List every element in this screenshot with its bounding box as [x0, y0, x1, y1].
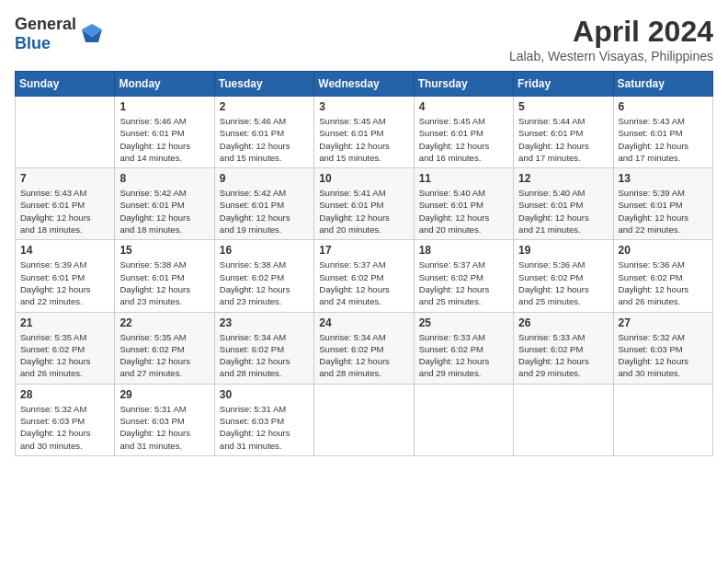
day-number: 22 [119, 316, 209, 329]
calendar-week-row: 28Sunrise: 5:32 AM Sunset: 6:03 PM Dayli… [16, 384, 713, 455]
calendar-cell: 19Sunrise: 5:36 AM Sunset: 6:02 PM Dayli… [514, 240, 613, 312]
day-info: Sunrise: 5:35 AM Sunset: 6:02 PM Dayligh… [119, 331, 209, 380]
day-info: Sunrise: 5:42 AM Sunset: 6:01 PM Dayligh… [119, 187, 209, 236]
day-number: 10 [319, 172, 408, 185]
calendar-cell: 26Sunrise: 5:33 AM Sunset: 6:02 PM Dayli… [514, 312, 613, 384]
calendar-cell: 29Sunrise: 5:31 AM Sunset: 6:03 PM Dayli… [115, 384, 214, 455]
day-of-week-header: Friday [514, 72, 613, 97]
day-number: 30 [220, 388, 309, 401]
day-number: 9 [220, 172, 309, 185]
calendar-table: SundayMondayTuesdayWednesdayThursdayFrid… [15, 71, 713, 456]
calendar-cell: 10Sunrise: 5:41 AM Sunset: 6:01 PM Dayli… [314, 168, 414, 240]
logo-icon [78, 20, 106, 48]
day-number: 1 [119, 100, 209, 113]
calendar-week-row: 7Sunrise: 5:43 AM Sunset: 6:01 PM Daylig… [16, 168, 713, 240]
day-number: 15 [119, 244, 209, 257]
day-number: 8 [119, 172, 209, 185]
calendar-cell: 12Sunrise: 5:40 AM Sunset: 6:01 PM Dayli… [514, 168, 613, 240]
day-info: Sunrise: 5:38 AM Sunset: 6:01 PM Dayligh… [119, 259, 209, 307]
calendar-cell: 18Sunrise: 5:37 AM Sunset: 6:02 PM Dayli… [414, 240, 513, 312]
day-info: Sunrise: 5:45 AM Sunset: 6:01 PM Dayligh… [419, 115, 508, 164]
day-info: Sunrise: 5:42 AM Sunset: 6:01 PM Dayligh… [220, 187, 309, 236]
day-info: Sunrise: 5:32 AM Sunset: 6:03 PM Dayligh… [20, 403, 109, 452]
calendar-cell: 16Sunrise: 5:38 AM Sunset: 6:02 PM Dayli… [214, 240, 313, 312]
calendar-cell: 6Sunrise: 5:43 AM Sunset: 6:01 PM Daylig… [613, 97, 712, 168]
day-info: Sunrise: 5:44 AM Sunset: 6:01 PM Dayligh… [518, 115, 608, 164]
day-number: 16 [220, 244, 309, 257]
calendar-cell: 3Sunrise: 5:45 AM Sunset: 6:01 PM Daylig… [314, 97, 414, 168]
day-info: Sunrise: 5:37 AM Sunset: 6:02 PM Dayligh… [419, 259, 508, 307]
calendar-week-row: 21Sunrise: 5:35 AM Sunset: 6:02 PM Dayli… [16, 312, 713, 384]
calendar-cell: 22Sunrise: 5:35 AM Sunset: 6:02 PM Dayli… [115, 312, 214, 384]
day-of-week-header: Saturday [613, 72, 712, 97]
calendar-cell: 24Sunrise: 5:34 AM Sunset: 6:02 PM Dayli… [314, 312, 414, 384]
calendar-cell: 8Sunrise: 5:42 AM Sunset: 6:01 PM Daylig… [115, 168, 214, 240]
day-info: Sunrise: 5:39 AM Sunset: 6:01 PM Dayligh… [20, 259, 109, 307]
day-info: Sunrise: 5:35 AM Sunset: 6:02 PM Dayligh… [20, 331, 109, 380]
day-info: Sunrise: 5:40 AM Sunset: 6:01 PM Dayligh… [419, 187, 508, 236]
logo-blue: Blue [15, 34, 51, 52]
day-of-week-header: Monday [115, 72, 214, 97]
day-info: Sunrise: 5:32 AM Sunset: 6:03 PM Dayligh… [619, 331, 708, 380]
day-of-week-header: Tuesday [214, 72, 313, 97]
calendar-cell [16, 97, 115, 168]
day-info: Sunrise: 5:33 AM Sunset: 6:02 PM Dayligh… [419, 331, 508, 380]
day-of-week-header: Thursday [414, 72, 513, 97]
day-info: Sunrise: 5:38 AM Sunset: 6:02 PM Dayligh… [220, 259, 309, 307]
day-number: 6 [619, 100, 708, 113]
day-info: Sunrise: 5:37 AM Sunset: 6:02 PM Dayligh… [319, 259, 408, 307]
calendar-cell: 21Sunrise: 5:35 AM Sunset: 6:02 PM Dayli… [16, 312, 115, 384]
day-number: 12 [518, 172, 608, 185]
day-number: 14 [20, 244, 109, 257]
day-number: 7 [20, 172, 109, 185]
day-info: Sunrise: 5:36 AM Sunset: 6:02 PM Dayligh… [518, 259, 608, 307]
day-number: 23 [220, 316, 309, 329]
day-number: 25 [419, 316, 508, 329]
day-info: Sunrise: 5:34 AM Sunset: 6:02 PM Dayligh… [319, 331, 408, 380]
calendar-cell [314, 384, 414, 455]
calendar-week-row: 1Sunrise: 5:46 AM Sunset: 6:01 PM Daylig… [16, 97, 713, 168]
calendar-cell: 13Sunrise: 5:39 AM Sunset: 6:01 PM Dayli… [613, 168, 712, 240]
day-number: 18 [419, 244, 508, 257]
day-info: Sunrise: 5:39 AM Sunset: 6:01 PM Dayligh… [619, 187, 708, 236]
day-number: 2 [220, 100, 309, 113]
calendar-cell [514, 384, 613, 455]
day-number: 4 [419, 100, 508, 113]
day-number: 20 [619, 244, 708, 257]
day-info: Sunrise: 5:31 AM Sunset: 6:03 PM Dayligh… [220, 403, 309, 452]
calendar-cell [613, 384, 712, 455]
calendar-cell: 30Sunrise: 5:31 AM Sunset: 6:03 PM Dayli… [214, 384, 313, 455]
day-info: Sunrise: 5:46 AM Sunset: 6:01 PM Dayligh… [119, 115, 209, 164]
day-info: Sunrise: 5:33 AM Sunset: 6:02 PM Dayligh… [518, 331, 608, 380]
calendar-cell: 4Sunrise: 5:45 AM Sunset: 6:01 PM Daylig… [414, 97, 513, 168]
day-number: 28 [20, 388, 109, 401]
day-info: Sunrise: 5:40 AM Sunset: 6:01 PM Dayligh… [518, 187, 608, 236]
calendar-cell: 7Sunrise: 5:43 AM Sunset: 6:01 PM Daylig… [16, 168, 115, 240]
calendar-cell: 17Sunrise: 5:37 AM Sunset: 6:02 PM Dayli… [314, 240, 414, 312]
calendar-cell: 20Sunrise: 5:36 AM Sunset: 6:02 PM Dayli… [613, 240, 712, 312]
day-info: Sunrise: 5:36 AM Sunset: 6:02 PM Dayligh… [619, 259, 708, 307]
day-number: 29 [119, 388, 209, 401]
day-number: 24 [319, 316, 408, 329]
month-title: April 2024 [509, 15, 713, 49]
calendar-cell: 15Sunrise: 5:38 AM Sunset: 6:01 PM Dayli… [115, 240, 214, 312]
calendar-week-row: 14Sunrise: 5:39 AM Sunset: 6:01 PM Dayli… [16, 240, 713, 312]
calendar-cell: 1Sunrise: 5:46 AM Sunset: 6:01 PM Daylig… [115, 97, 214, 168]
calendar-cell: 9Sunrise: 5:42 AM Sunset: 6:01 PM Daylig… [214, 168, 313, 240]
day-number: 19 [518, 244, 608, 257]
calendar-cell: 5Sunrise: 5:44 AM Sunset: 6:01 PM Daylig… [514, 97, 613, 168]
day-info: Sunrise: 5:45 AM Sunset: 6:01 PM Dayligh… [319, 115, 408, 164]
day-number: 21 [20, 316, 109, 329]
day-info: Sunrise: 5:43 AM Sunset: 6:01 PM Dayligh… [619, 115, 708, 164]
calendar-cell [414, 384, 513, 455]
day-info: Sunrise: 5:41 AM Sunset: 6:01 PM Dayligh… [319, 187, 408, 236]
calendar-cell: 11Sunrise: 5:40 AM Sunset: 6:01 PM Dayli… [414, 168, 513, 240]
day-info: Sunrise: 5:31 AM Sunset: 6:03 PM Dayligh… [119, 403, 209, 452]
title-area: April 2024 Lalab, Western Visayas, Phili… [509, 15, 713, 63]
day-number: 17 [319, 244, 408, 257]
logo-general: General [15, 15, 76, 33]
calendar-cell: 25Sunrise: 5:33 AM Sunset: 6:02 PM Dayli… [414, 312, 513, 384]
day-number: 27 [619, 316, 708, 329]
day-number: 3 [319, 100, 408, 113]
day-info: Sunrise: 5:34 AM Sunset: 6:02 PM Dayligh… [220, 331, 309, 380]
